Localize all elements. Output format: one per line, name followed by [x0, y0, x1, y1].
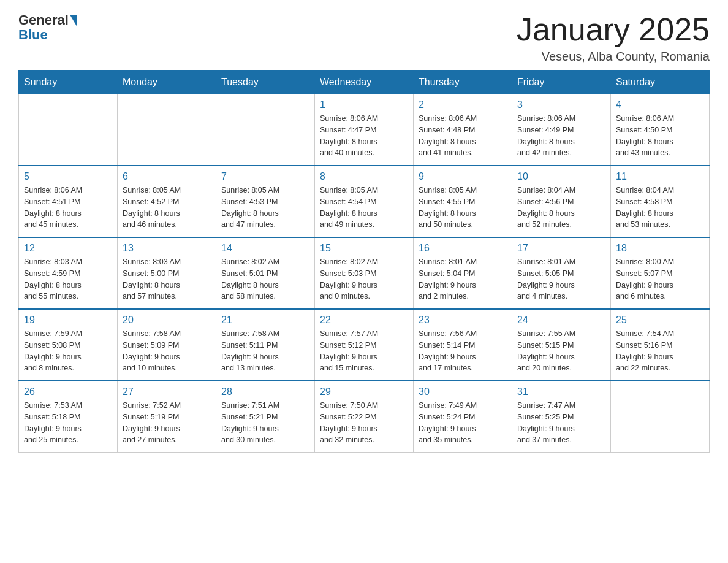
- calendar-day-cell: 22Sunrise: 7:57 AM Sunset: 5:12 PM Dayli…: [315, 309, 414, 381]
- day-number: 12: [24, 243, 112, 254]
- day-info: Sunrise: 7:56 AM Sunset: 5:14 PM Dayligh…: [419, 328, 507, 374]
- day-number: 31: [517, 386, 605, 397]
- day-number: 13: [123, 243, 211, 254]
- calendar-day-cell: 16Sunrise: 8:01 AM Sunset: 5:04 PM Dayli…: [414, 237, 512, 309]
- day-number: 25: [616, 315, 704, 326]
- calendar-day-cell: 23Sunrise: 7:56 AM Sunset: 5:14 PM Dayli…: [414, 309, 512, 381]
- day-info: Sunrise: 8:04 AM Sunset: 4:58 PM Dayligh…: [616, 185, 704, 231]
- day-info: Sunrise: 8:01 AM Sunset: 5:04 PM Dayligh…: [419, 256, 507, 302]
- calendar-day-cell: [19, 94, 118, 166]
- day-number: 30: [419, 386, 507, 397]
- day-number: 7: [221, 171, 309, 182]
- weekday-header-row: SundayMondayTuesdayWednesdayThursdayFrid…: [19, 71, 710, 94]
- day-number: 8: [320, 171, 408, 182]
- day-number: 16: [419, 243, 507, 254]
- calendar-day-cell: 28Sunrise: 7:51 AM Sunset: 5:21 PM Dayli…: [216, 381, 315, 453]
- location-subtitle: Veseus, Alba County, Romania: [517, 50, 710, 64]
- weekday-header-wednesday: Wednesday: [315, 71, 414, 94]
- logo-general-text: General: [18, 12, 69, 28]
- day-number: 29: [320, 386, 408, 397]
- day-info: Sunrise: 8:05 AM Sunset: 4:55 PM Dayligh…: [419, 185, 507, 231]
- calendar-week-row: 5Sunrise: 8:06 AM Sunset: 4:51 PM Daylig…: [19, 166, 710, 237]
- calendar-day-cell: 15Sunrise: 8:02 AM Sunset: 5:03 PM Dayli…: [315, 237, 414, 309]
- calendar-day-cell: 4Sunrise: 8:06 AM Sunset: 4:50 PM Daylig…: [611, 94, 710, 166]
- weekday-header-saturday: Saturday: [611, 71, 710, 94]
- day-info: Sunrise: 7:58 AM Sunset: 5:11 PM Dayligh…: [221, 328, 309, 374]
- day-number: 11: [616, 171, 704, 182]
- day-info: Sunrise: 8:05 AM Sunset: 4:53 PM Dayligh…: [221, 185, 309, 231]
- day-info: Sunrise: 7:59 AM Sunset: 5:08 PM Dayligh…: [24, 328, 112, 374]
- day-number: 14: [221, 243, 309, 254]
- day-number: 26: [24, 386, 112, 397]
- day-info: Sunrise: 7:49 AM Sunset: 5:24 PM Dayligh…: [419, 400, 507, 446]
- day-number: 24: [517, 315, 605, 326]
- calendar-day-cell: 1Sunrise: 8:06 AM Sunset: 4:47 PM Daylig…: [315, 94, 414, 166]
- calendar-day-cell: 3Sunrise: 8:06 AM Sunset: 4:49 PM Daylig…: [512, 94, 611, 166]
- calendar-day-cell: 25Sunrise: 7:54 AM Sunset: 5:16 PM Dayli…: [611, 309, 710, 381]
- calendar-table: SundayMondayTuesdayWednesdayThursdayFrid…: [18, 70, 710, 453]
- day-info: Sunrise: 7:55 AM Sunset: 5:15 PM Dayligh…: [517, 328, 605, 374]
- calendar-day-cell: [216, 94, 315, 166]
- day-info: Sunrise: 8:03 AM Sunset: 5:00 PM Dayligh…: [123, 256, 211, 302]
- calendar-day-cell: 29Sunrise: 7:50 AM Sunset: 5:22 PM Dayli…: [315, 381, 414, 453]
- day-number: 27: [123, 386, 211, 397]
- day-number: 21: [221, 315, 309, 326]
- day-info: Sunrise: 8:00 AM Sunset: 5:07 PM Dayligh…: [616, 256, 704, 302]
- day-info: Sunrise: 8:03 AM Sunset: 4:59 PM Dayligh…: [24, 256, 112, 302]
- calendar-day-cell: 19Sunrise: 7:59 AM Sunset: 5:08 PM Dayli…: [19, 309, 118, 381]
- month-title: January 2025: [517, 12, 710, 47]
- calendar-day-cell: 30Sunrise: 7:49 AM Sunset: 5:24 PM Dayli…: [414, 381, 512, 453]
- calendar-week-row: 19Sunrise: 7:59 AM Sunset: 5:08 PM Dayli…: [19, 309, 710, 381]
- day-number: 20: [123, 315, 211, 326]
- day-info: Sunrise: 7:57 AM Sunset: 5:12 PM Dayligh…: [320, 328, 408, 374]
- calendar-day-cell: 6Sunrise: 8:05 AM Sunset: 4:52 PM Daylig…: [118, 166, 216, 237]
- day-number: 4: [616, 99, 704, 110]
- title-block: January 2025 Veseus, Alba County, Romani…: [517, 12, 710, 64]
- day-number: 6: [123, 171, 211, 182]
- day-number: 15: [320, 243, 408, 254]
- day-info: Sunrise: 7:54 AM Sunset: 5:16 PM Dayligh…: [616, 328, 704, 374]
- calendar-day-cell: 18Sunrise: 8:00 AM Sunset: 5:07 PM Dayli…: [611, 237, 710, 309]
- calendar-day-cell: 12Sunrise: 8:03 AM Sunset: 4:59 PM Dayli…: [19, 237, 118, 309]
- day-number: 3: [517, 99, 605, 110]
- day-info: Sunrise: 8:06 AM Sunset: 4:48 PM Dayligh…: [419, 113, 507, 159]
- day-number: 18: [616, 243, 704, 254]
- logo-triangle-icon: [70, 15, 77, 27]
- day-number: 10: [517, 171, 605, 182]
- calendar-day-cell: 14Sunrise: 8:02 AM Sunset: 5:01 PM Dayli…: [216, 237, 315, 309]
- calendar-day-cell: 11Sunrise: 8:04 AM Sunset: 4:58 PM Dayli…: [611, 166, 710, 237]
- calendar-day-cell: 17Sunrise: 8:01 AM Sunset: 5:05 PM Dayli…: [512, 237, 611, 309]
- weekday-header-sunday: Sunday: [19, 71, 118, 94]
- day-info: Sunrise: 8:01 AM Sunset: 5:05 PM Dayligh…: [517, 256, 605, 302]
- calendar-day-cell: 2Sunrise: 8:06 AM Sunset: 4:48 PM Daylig…: [414, 94, 512, 166]
- weekday-header-monday: Monday: [118, 71, 216, 94]
- calendar-day-cell: [611, 381, 710, 453]
- day-info: Sunrise: 7:47 AM Sunset: 5:25 PM Dayligh…: [517, 400, 605, 446]
- calendar-day-cell: 24Sunrise: 7:55 AM Sunset: 5:15 PM Dayli…: [512, 309, 611, 381]
- day-info: Sunrise: 8:02 AM Sunset: 5:01 PM Dayligh…: [221, 256, 309, 302]
- calendar-week-row: 26Sunrise: 7:53 AM Sunset: 5:18 PM Dayli…: [19, 381, 710, 453]
- calendar-day-cell: [118, 94, 216, 166]
- calendar-day-cell: 7Sunrise: 8:05 AM Sunset: 4:53 PM Daylig…: [216, 166, 315, 237]
- day-number: 23: [419, 315, 507, 326]
- day-info: Sunrise: 8:02 AM Sunset: 5:03 PM Dayligh…: [320, 256, 408, 302]
- calendar-day-cell: 21Sunrise: 7:58 AM Sunset: 5:11 PM Dayli…: [216, 309, 315, 381]
- weekday-header-thursday: Thursday: [414, 71, 512, 94]
- day-info: Sunrise: 8:05 AM Sunset: 4:52 PM Dayligh…: [123, 185, 211, 231]
- day-number: 19: [24, 315, 112, 326]
- calendar-day-cell: 10Sunrise: 8:04 AM Sunset: 4:56 PM Dayli…: [512, 166, 611, 237]
- day-number: 9: [419, 171, 507, 182]
- day-info: Sunrise: 8:05 AM Sunset: 4:54 PM Dayligh…: [320, 185, 408, 231]
- day-info: Sunrise: 8:06 AM Sunset: 4:50 PM Dayligh…: [616, 113, 704, 159]
- calendar-day-cell: 9Sunrise: 8:05 AM Sunset: 4:55 PM Daylig…: [414, 166, 512, 237]
- day-number: 2: [419, 99, 507, 110]
- page-header: General Blue January 2025 Veseus, Alba C…: [18, 12, 710, 64]
- calendar-week-row: 12Sunrise: 8:03 AM Sunset: 4:59 PM Dayli…: [19, 237, 710, 309]
- calendar-day-cell: 8Sunrise: 8:05 AM Sunset: 4:54 PM Daylig…: [315, 166, 414, 237]
- calendar-day-cell: 20Sunrise: 7:58 AM Sunset: 5:09 PM Dayli…: [118, 309, 216, 381]
- calendar-day-cell: 31Sunrise: 7:47 AM Sunset: 5:25 PM Dayli…: [512, 381, 611, 453]
- day-info: Sunrise: 7:50 AM Sunset: 5:22 PM Dayligh…: [320, 400, 408, 446]
- day-info: Sunrise: 7:58 AM Sunset: 5:09 PM Dayligh…: [123, 328, 211, 374]
- day-number: 17: [517, 243, 605, 254]
- calendar-week-row: 1Sunrise: 8:06 AM Sunset: 4:47 PM Daylig…: [19, 94, 710, 166]
